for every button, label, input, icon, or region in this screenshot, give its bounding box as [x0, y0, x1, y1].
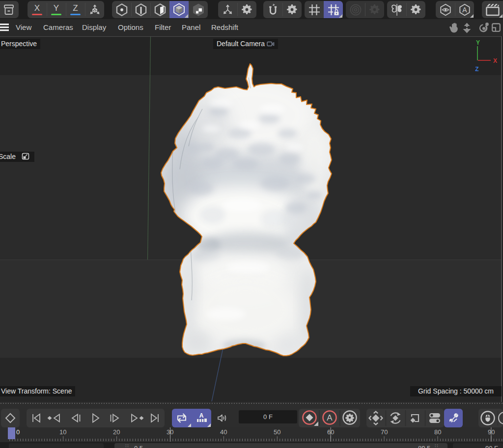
svg-text:A: A: [462, 6, 467, 14]
svg-text:A: A: [199, 412, 204, 419]
svg-text:A: A: [327, 413, 333, 422]
svg-text:Z: Z: [475, 66, 478, 73]
svg-text:Y: Y: [476, 39, 480, 46]
svg-text:X: X: [493, 57, 497, 64]
